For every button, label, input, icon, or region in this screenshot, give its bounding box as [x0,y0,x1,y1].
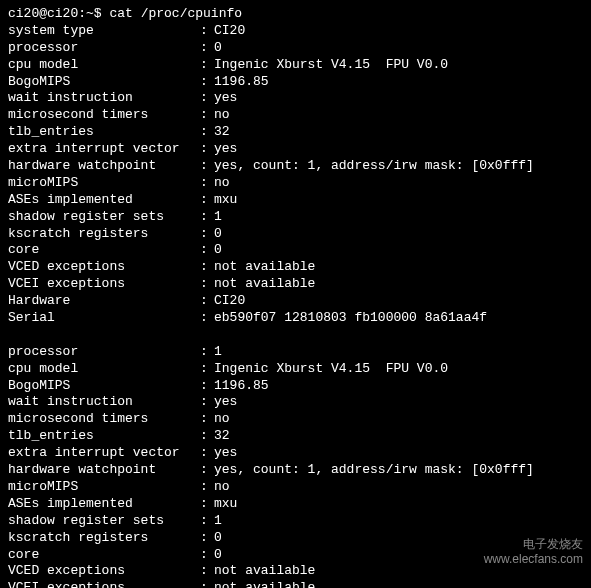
colon: : [200,90,214,107]
cpuinfo-value: 1 [214,513,222,530]
cpuinfo-row: system type: CI20 [8,23,583,40]
cpuinfo-row: BogoMIPS: 1196.85 [8,378,583,395]
cpuinfo-row: BogoMIPS: 1196.85 [8,74,583,91]
cpuinfo-row: tlb_entries: 32 [8,124,583,141]
cpuinfo-key: microMIPS [8,175,200,192]
cpuinfo-value: yes, count: 1, address/irw mask: [0x0fff… [214,462,534,479]
cpuinfo-value: yes [214,90,237,107]
colon: : [200,479,214,496]
cpuinfo-key: wait instruction [8,394,200,411]
cpuinfo-value: mxu [214,192,237,209]
cpuinfo-value: Ingenic Xburst V4.15 FPU V0.0 [214,57,448,74]
cpuinfo-value: not available [214,276,315,293]
cpuinfo-block-0: system type: CI20processor: 0cpu model: … [8,23,583,327]
cpuinfo-row: shadow register sets: 1 [8,209,583,226]
cpuinfo-value: no [214,107,230,124]
cpuinfo-key: Serial [8,310,200,327]
colon: : [200,276,214,293]
cpuinfo-row: VCEI exceptions: not available [8,276,583,293]
cpuinfo-key: ASEs implemented [8,496,200,513]
cpuinfo-key: ASEs implemented [8,192,200,209]
cpuinfo-row: shadow register sets: 1 [8,513,583,530]
watermark: 电子发烧友 www.elecfans.com [484,537,583,568]
colon: : [200,547,214,564]
cpuinfo-value: no [214,411,230,428]
colon: : [200,580,214,588]
cpuinfo-value: yes [214,394,237,411]
cpuinfo-value: no [214,479,230,496]
cpuinfo-value: CI20 [214,293,245,310]
colon: : [200,259,214,276]
cpuinfo-row: VCEI exceptions: not available [8,580,583,588]
colon: : [200,158,214,175]
cpuinfo-row: kscratch registers: 0 [8,226,583,243]
colon: : [200,462,214,479]
colon: : [200,445,214,462]
cpuinfo-key: microMIPS [8,479,200,496]
cpuinfo-value: CI20 [214,23,245,40]
cpuinfo-row: microsecond timers: no [8,107,583,124]
cpuinfo-row: ASEs implemented: mxu [8,496,583,513]
cpuinfo-value: 1 [214,209,222,226]
command-text: cat /proc/cpuinfo [109,6,242,21]
cpuinfo-row: microMIPS: no [8,175,583,192]
colon: : [200,23,214,40]
cpuinfo-key: microsecond timers [8,411,200,428]
cpuinfo-row: microsecond timers: no [8,411,583,428]
cpuinfo-row: wait instruction: yes [8,394,583,411]
cpuinfo-value: no [214,175,230,192]
cpuinfo-key: shadow register sets [8,209,200,226]
cpuinfo-value: 32 [214,428,230,445]
cpuinfo-row: microMIPS: no [8,479,583,496]
colon: : [200,209,214,226]
colon: : [200,563,214,580]
cpuinfo-key: processor [8,40,200,57]
cpuinfo-key: tlb_entries [8,428,200,445]
cpuinfo-key: hardware watchpoint [8,462,200,479]
cpuinfo-key: kscratch registers [8,226,200,243]
colon: : [200,411,214,428]
cpuinfo-value: 0 [214,226,222,243]
cpuinfo-value: yes [214,141,237,158]
cpuinfo-key: cpu model [8,361,200,378]
colon: : [200,496,214,513]
cpuinfo-key: tlb_entries [8,124,200,141]
cpuinfo-key: core [8,547,200,564]
cpuinfo-key: system type [8,23,200,40]
colon: : [200,107,214,124]
cpuinfo-row: cpu model: Ingenic Xburst V4.15 FPU V0.0 [8,361,583,378]
cpuinfo-value: 0 [214,547,222,564]
cpuinfo-row: ASEs implemented: mxu [8,192,583,209]
cpuinfo-key: Hardware [8,293,200,310]
cpuinfo-key: wait instruction [8,90,200,107]
cpuinfo-key: microsecond timers [8,107,200,124]
colon: : [200,40,214,57]
colon: : [200,124,214,141]
cpuinfo-row: processor: 0 [8,40,583,57]
colon: : [200,394,214,411]
colon: : [200,293,214,310]
colon: : [200,192,214,209]
cpuinfo-value: 0 [214,40,222,57]
colon: : [200,57,214,74]
cpuinfo-key: VCEI exceptions [8,580,200,588]
cpuinfo-row: extra interrupt vector: yes [8,445,583,462]
cpuinfo-value: not available [214,259,315,276]
cpuinfo-value: 1 [214,344,222,361]
colon: : [200,141,214,158]
colon: : [200,378,214,395]
cpuinfo-row: hardware watchpoint: yes, count: 1, addr… [8,158,583,175]
blank-line [8,327,583,344]
colon: : [200,361,214,378]
cpuinfo-key: core [8,242,200,259]
cpuinfo-row: hardware watchpoint: yes, count: 1, addr… [8,462,583,479]
cpuinfo-row: Hardware: CI20 [8,293,583,310]
cpuinfo-value: 1196.85 [214,378,269,395]
cpuinfo-key: VCEI exceptions [8,276,200,293]
cpuinfo-value: 32 [214,124,230,141]
cpuinfo-value: yes, count: 1, address/irw mask: [0x0fff… [214,158,534,175]
cpuinfo-value: eb590f07 12810803 fb100000 8a61aa4f [214,310,487,327]
colon: : [200,74,214,91]
cpuinfo-key: VCED exceptions [8,563,200,580]
colon: : [200,226,214,243]
